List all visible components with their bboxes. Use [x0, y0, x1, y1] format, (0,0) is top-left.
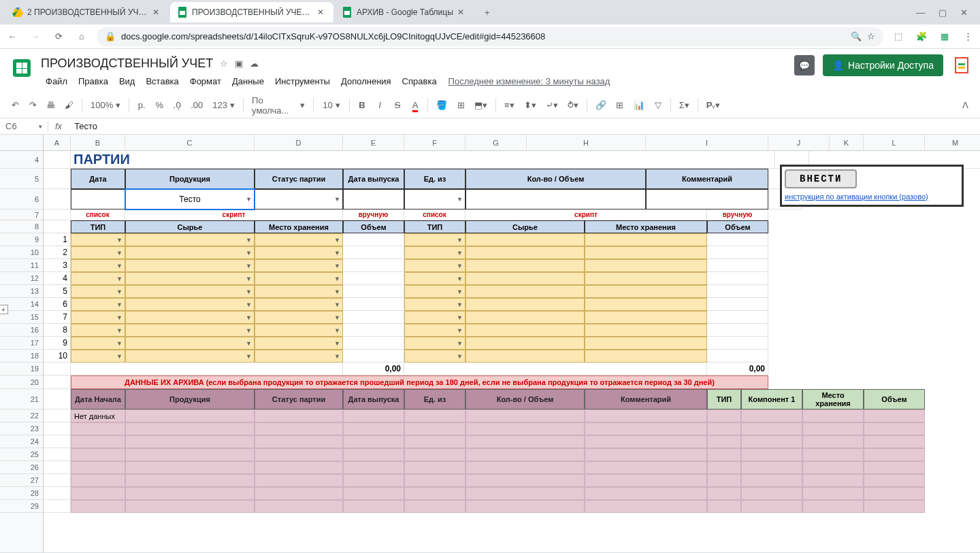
row-header[interactable]: 4 [0, 151, 43, 169]
account-avatar[interactable] [951, 55, 972, 76]
print-button[interactable]: 🖶 [42, 97, 59, 113]
row-header[interactable]: 17 [0, 337, 43, 350]
data-dropdown[interactable]: ▼ [125, 259, 255, 272]
number-format-dropdown[interactable]: 123▾ [208, 97, 239, 113]
formula-input[interactable]: Тесто [69, 121, 980, 131]
data-dropdown[interactable]: ▼ [125, 233, 255, 246]
browser-menu-icon[interactable]: ⋮ [961, 31, 975, 41]
data-dropdown[interactable]: ▼ [125, 337, 255, 350]
dec-minus-button[interactable]: .0̣ [169, 97, 185, 113]
row-header[interactable]: 26 [0, 461, 43, 474]
menu-view[interactable]: Вид [114, 74, 140, 88]
row-header[interactable]: 12 [0, 272, 43, 285]
data-dropdown[interactable]: ▼ [255, 272, 343, 285]
submit-button[interactable]: ВНЕСТИ [785, 169, 857, 188]
bold-button[interactable]: B [354, 97, 370, 113]
expand-rows-button[interactable]: + [0, 305, 8, 314]
col-header[interactable]: G [466, 135, 527, 151]
font-size-dropdown[interactable]: 10 ▾ [318, 97, 345, 113]
data-dropdown[interactable]: ▼ [71, 298, 125, 311]
row-header[interactable]: 23 [0, 422, 43, 435]
data-dropdown[interactable]: ▼ [71, 311, 125, 324]
percent-button[interactable]: % [151, 97, 167, 113]
menu-tools[interactable]: Инструменты [270, 74, 335, 88]
input-tools-button[interactable]: Рᵥ▾ [702, 97, 725, 113]
row-header[interactable]: 21 [0, 389, 43, 409]
close-icon[interactable]: ✕ [457, 7, 467, 17]
data-dropdown[interactable]: ▼ [255, 233, 343, 246]
translate-icon[interactable]: ⬚ [892, 31, 905, 41]
data-dropdown[interactable]: ▼ [255, 311, 343, 324]
name-box[interactable]: C6▾ [0, 121, 48, 131]
doc-title[interactable]: ПРОИЗВОДСТВЕННЫЙ УЧЕТ [41, 56, 213, 71]
row-header[interactable]: 20 [0, 375, 43, 389]
dec-plus-button[interactable]: .00 [186, 97, 207, 113]
comment-button[interactable]: ⊞ [612, 97, 628, 113]
product-dropdown[interactable]: Тесто▼ [125, 189, 255, 210]
merge-button[interactable]: ⬒▾ [470, 97, 491, 113]
data-dropdown[interactable]: ▼ [255, 246, 343, 259]
back-icon[interactable]: ← [5, 31, 19, 41]
star-icon[interactable]: ☆ [220, 58, 228, 69]
paint-format-button[interactable]: 🖌 [61, 97, 78, 113]
app-icon[interactable]: ▦ [938, 31, 951, 41]
data-dropdown[interactable]: ▼ [71, 337, 125, 350]
browser-tab-1[interactable]: ПРОИЗВОДСТВЕННЫЙ УЧЕТ - G ✕ [170, 2, 333, 22]
data-dropdown[interactable]: ▼ [71, 246, 125, 259]
col-header[interactable]: K [830, 135, 864, 151]
data-dropdown[interactable]: ▼ [125, 298, 255, 311]
row-header[interactable]: 9 [0, 233, 43, 246]
functions-button[interactable]: Σ▾ [675, 97, 693, 113]
data-dropdown[interactable]: ▼ [255, 324, 343, 337]
move-icon[interactable]: ▣ [235, 58, 243, 69]
italic-button[interactable]: I [372, 97, 388, 113]
row-header[interactable]: 28 [0, 487, 43, 500]
row-header[interactable]: 29 [0, 500, 43, 513]
url-input[interactable]: 🔒 docs.google.com/spreadsheets/d/14iloCI… [97, 27, 883, 46]
row-header[interactable]: 22 [0, 409, 43, 422]
data-dropdown[interactable]: ▼ [125, 246, 255, 259]
row-header[interactable]: 24 [0, 435, 43, 448]
data-dropdown[interactable]: ▼ [71, 285, 125, 298]
star-icon[interactable]: ☆ [867, 31, 875, 41]
row-header[interactable]: 5 [0, 169, 43, 189]
comments-button[interactable]: 💬 [794, 55, 815, 76]
data-dropdown[interactable]: ▼ [125, 311, 255, 324]
strike-button[interactable]: S [389, 97, 406, 113]
close-icon[interactable]: ✕ [317, 7, 327, 17]
filter-button[interactable]: ▽ [650, 97, 666, 113]
data-dropdown[interactable]: ▼ [125, 324, 255, 337]
redo-button[interactable]: ↷ [24, 97, 41, 113]
new-tab-button[interactable]: + [478, 3, 497, 22]
borders-button[interactable]: ⊞ [453, 97, 469, 113]
valign-button[interactable]: ⬍▾ [520, 97, 540, 113]
data-dropdown[interactable]: ▼ [255, 337, 343, 350]
menu-addons[interactable]: Дополнения [336, 74, 396, 88]
wrap-button[interactable]: ⤶▾ [542, 97, 562, 113]
reload-icon[interactable]: ⟳ [52, 31, 65, 41]
sheets-logo[interactable] [8, 54, 35, 82]
col-header[interactable]: L [864, 135, 925, 151]
instruction-link[interactable]: инструкция по активации кнопки (разово) [785, 192, 959, 201]
col-header[interactable]: J [768, 135, 830, 151]
link-button[interactable]: 🔗 [591, 97, 610, 113]
row-header[interactable]: 7 [0, 210, 43, 220]
row-header[interactable]: 25 [0, 448, 43, 461]
data-dropdown[interactable]: ▼ [255, 259, 343, 272]
row-header[interactable]: 8 [0, 220, 43, 233]
browser-tab-2[interactable]: АРХИВ - Google Таблицы ✕ [335, 2, 474, 22]
share-button[interactable]: 👤 Настройки Доступа [823, 54, 943, 76]
menu-edit[interactable]: Правка [74, 74, 113, 88]
col-header[interactable]: E [343, 135, 404, 151]
fill-color-button[interactable]: 🪣 [432, 97, 451, 113]
collapse-toolbar-button[interactable]: ᐱ [957, 97, 973, 113]
data-dropdown[interactable]: ▼ [125, 285, 255, 298]
row-header[interactable]: 6 [0, 189, 43, 210]
close-window-icon[interactable]: ✕ [960, 7, 968, 18]
browser-tab-0[interactable]: 2 ПРОИЗВОДСТВЕННЫЙ УЧЕТ ✕ [5, 2, 169, 22]
rotate-button[interactable]: ⥁▾ [564, 97, 583, 113]
zoom-dropdown[interactable]: 100% ▾ [86, 97, 125, 113]
row-header[interactable]: 10 [0, 246, 43, 259]
forward-icon[interactable]: → [29, 31, 42, 41]
maximize-icon[interactable]: ▢ [938, 7, 947, 18]
